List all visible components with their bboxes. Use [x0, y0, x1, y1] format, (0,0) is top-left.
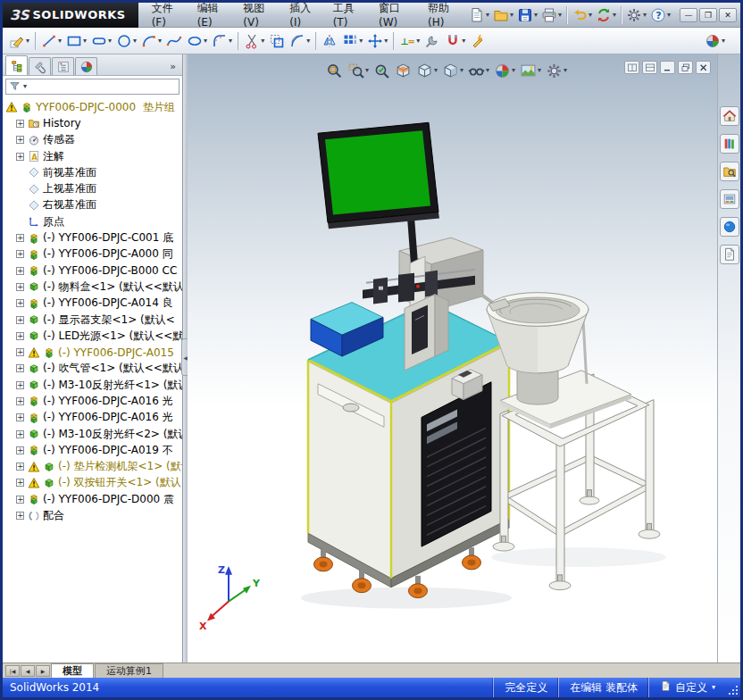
- section-view-button[interactable]: [393, 60, 413, 81]
- tab-nav-button[interactable]: ▶: [36, 665, 50, 677]
- resize-grip[interactable]: [727, 684, 739, 696]
- zoom-area-button[interactable]: ▾: [346, 60, 371, 81]
- tree-item[interactable]: +(-) YYF006-DPJC-A016 光: [3, 410, 182, 426]
- panel-tab-feature-manager[interactable]: [5, 55, 28, 75]
- doc-close-button[interactable]: [696, 61, 711, 74]
- dropdown-caret[interactable]: ▾: [365, 67, 369, 74]
- tree-item[interactable]: +(-) M3-10反射光纤<2> (默认: [3, 426, 182, 442]
- dropdown-caret[interactable]: ▾: [613, 12, 616, 19]
- dropdown-caret[interactable]: ▾: [133, 38, 137, 45]
- tree-item[interactable]: +(-) 垫片检测机架<1> (默认: [3, 459, 182, 475]
- model-monitor[interactable]: [318, 122, 439, 229]
- tree-item[interactable]: +(-) 物料盒<1> (默认<<默认: [3, 279, 182, 295]
- menu-e[interactable]: 编辑(E): [189, 3, 236, 27]
- appearances-scenes-button[interactable]: [720, 217, 739, 237]
- file-explorer-button[interactable]: [720, 162, 739, 181]
- maximize-button[interactable]: ❐: [699, 8, 717, 22]
- expand-toggle[interactable]: +: [16, 299, 24, 307]
- rebuild-button[interactable]: ▾: [594, 4, 618, 26]
- dropdown-caret[interactable]: ▾: [158, 38, 162, 45]
- edit-appearance-button[interactable]: ▾: [492, 60, 517, 81]
- expand-toggle[interactable]: +: [16, 430, 24, 438]
- dropdown-caret[interactable]: ▾: [643, 12, 647, 19]
- tree-item[interactable]: 原点: [3, 213, 182, 229]
- expand-toggle[interactable]: +: [16, 364, 24, 372]
- dropdown-caret[interactable]: ▾: [558, 12, 562, 19]
- expand-toggle[interactable]: +: [16, 479, 24, 487]
- print-button[interactable]: ▾: [539, 4, 564, 26]
- expand-toggle[interactable]: +: [16, 462, 24, 471]
- tab-nav-button[interactable]: ◀: [21, 665, 35, 677]
- dropdown-caret[interactable]: ▾: [384, 38, 388, 45]
- tree-item[interactable]: +(-) YYF006-DPJC-A015: [3, 344, 182, 360]
- slot-button[interactable]: ▾: [89, 30, 113, 52]
- rectangle-button[interactable]: ▾: [64, 30, 88, 52]
- save-button[interactable]: ▾: [515, 4, 539, 26]
- undo-button[interactable]: ▾: [570, 4, 594, 26]
- panel-tab-configuration-manager[interactable]: [52, 57, 74, 75]
- convert-entities-button[interactable]: [267, 30, 287, 52]
- expand-toggle[interactable]: +: [16, 446, 24, 454]
- dropdown-caret[interactable]: ▾: [722, 38, 725, 45]
- dropdown-caret[interactable]: ▾: [26, 38, 29, 45]
- tree-item[interactable]: 右视基准面: [3, 197, 182, 213]
- tree-item[interactable]: +A注解: [3, 148, 182, 164]
- dropdown-caret[interactable]: ▾: [58, 38, 62, 45]
- menu-i[interactable]: 插入(I): [281, 3, 324, 27]
- model-bowl-feeder[interactable]: [487, 293, 631, 429]
- tree-filter-bar[interactable]: ▾: [5, 79, 179, 95]
- expand-toggle[interactable]: +: [16, 267, 24, 275]
- dropdown-caret[interactable]: ▾: [359, 38, 363, 45]
- dropdown-caret[interactable]: ▾: [667, 12, 671, 19]
- dropdown-caret[interactable]: ▾: [564, 67, 567, 74]
- model-scene[interactable]: Z Y X: [188, 54, 723, 662]
- tree-item[interactable]: +(-) 显示器支架<1> (默认<: [3, 312, 182, 328]
- expand-toggle[interactable]: +: [16, 136, 24, 144]
- tree-item[interactable]: 上视基准面: [3, 180, 182, 196]
- tree-item[interactable]: +(-) YYF006-DPJC-C001 底: [3, 229, 182, 246]
- spline-button[interactable]: [164, 30, 184, 52]
- move-entities-button[interactable]: ▾: [365, 30, 389, 52]
- apply-scene-button[interactable]: ▾: [518, 60, 543, 81]
- menu-w[interactable]: 窗口(W): [371, 3, 420, 27]
- offset-entities-button[interactable]: ▾: [288, 30, 312, 52]
- custom-properties-button[interactable]: [720, 245, 739, 264]
- panel-tab-display-manager[interactable]: [75, 57, 97, 75]
- zoom-fit-button[interactable]: [324, 60, 345, 81]
- pane-view-button[interactable]: [642, 61, 657, 74]
- tree-item[interactable]: +(-) YYF006-DPJC-D000 震: [3, 491, 182, 507]
- dropdown-caret[interactable]: ▾: [229, 38, 232, 45]
- rapid-sketch-button[interactable]: [468, 30, 488, 52]
- panel-overflow-button[interactable]: »: [166, 61, 179, 75]
- tree-item[interactable]: +(-) 吹气管<1> (默认<<默认>: [3, 361, 182, 377]
- linear-pattern-button[interactable]: ▾: [340, 30, 364, 52]
- options-button[interactable]: ▾: [624, 4, 648, 26]
- menu-f[interactable]: 文件(F): [144, 3, 189, 27]
- help-button[interactable]: ?▾: [648, 4, 672, 26]
- dropdown-caret[interactable]: ▾: [486, 12, 489, 19]
- dropdown-caret[interactable]: ▾: [108, 38, 112, 45]
- tab-model[interactable]: 模型: [51, 663, 94, 678]
- minimize-button[interactable]: —: [680, 8, 697, 22]
- expand-toggle[interactable]: +: [16, 348, 24, 356]
- expand-toggle[interactable]: +: [16, 250, 24, 258]
- open-button[interactable]: ▾: [491, 4, 515, 26]
- dropdown-caret[interactable]: ▾: [534, 12, 538, 19]
- tree-item[interactable]: +传感器: [3, 132, 182, 148]
- expand-toggle[interactable]: +: [16, 413, 24, 421]
- dropdown-caret[interactable]: ▾: [589, 12, 592, 19]
- view-palette-button[interactable]: [720, 189, 739, 209]
- repair-sketch-button[interactable]: [422, 30, 442, 52]
- dropdown-caret[interactable]: ▾: [510, 12, 513, 19]
- expand-toggle[interactable]: +: [16, 496, 24, 504]
- view-orientation-button[interactable]: ▾: [414, 60, 439, 81]
- design-library-button[interactable]: [720, 134, 739, 154]
- arc-button[interactable]: ▾: [139, 30, 163, 52]
- display-relations-button[interactable]: ⊥=▾: [397, 30, 422, 52]
- solidworks-resources-button[interactable]: [720, 106, 739, 126]
- quick-snaps-button[interactable]: ▾: [443, 30, 467, 52]
- tab-nav-button[interactable]: |◀: [5, 665, 20, 677]
- tree-item[interactable]: +(-) YYF006-DPJC-A000 同: [3, 246, 182, 262]
- tab-motion-study[interactable]: 运动算例1: [95, 663, 163, 678]
- expand-toggle[interactable]: +: [16, 234, 24, 242]
